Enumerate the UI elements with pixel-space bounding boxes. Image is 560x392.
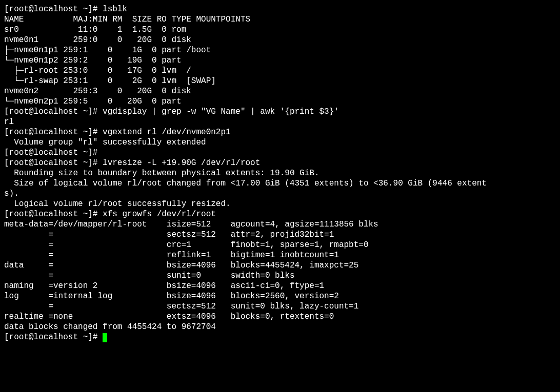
output-lvresize: s).: [4, 189, 19, 198]
output-lvresize: Size of logical volume rl/root changed f…: [4, 179, 487, 188]
terminal-output[interactable]: [root@localhost ~]# lsblk NAME MAJ:MIN R…: [0, 0, 560, 346]
cmd-vgdisplay: vgdisplay | grep -w "VG Name" | awk '{pr…: [103, 107, 339, 116]
lsblk-row: ├─rl-root 253:0 0 17G 0 lvm /: [4, 66, 191, 75]
xfs-row: = reflink=1 bigtime=1 inobtcount=1: [4, 251, 339, 260]
cmd-vgextend: vgextend rl /dev/nvme0n2p1: [103, 128, 231, 137]
xfs-row: naming =version 2 bsize=4096 ascii-ci=0,…: [4, 281, 324, 291]
output-vgextend: Volume group "rl" successfully extended: [4, 138, 206, 147]
output-lvresize: Rounding size to boundary between physic…: [4, 169, 319, 178]
prompt: [root@localhost ~]#: [4, 107, 103, 116]
xfs-row: log =internal log bsize=4096 blocks=2560…: [4, 292, 339, 301]
lsblk-row: └─nvme0n2p1 259:5 0 20G 0 part: [4, 97, 182, 106]
xfs-row: = sectsz=512 attr=2, projid32bit=1: [4, 230, 334, 239]
prompt: [root@localhost ~]#: [4, 210, 103, 219]
prompt: [root@localhost ~]#: [4, 158, 103, 168]
cmd-lsblk: lsblk: [103, 5, 127, 14]
xfs-row: data = bsize=4096 blocks=4455424, imaxpc…: [4, 261, 358, 270]
prompt: [root@localhost ~]#: [4, 128, 103, 137]
lsblk-row: nvme0n2 259:3 0 20G 0 disk: [4, 87, 191, 96]
output-lvresize: Logical volume rl/root successfully resi…: [4, 199, 231, 209]
cmd-lvresize: lvresize -L +19.90G /dev/rl/root: [103, 158, 260, 168]
prompt: [root@localhost ~]#: [4, 5, 103, 14]
cmd-xfsgrowfs: xfs_growfs /dev/rl/root: [103, 210, 216, 219]
xfs-row: = crc=1 finobt=1, sparse=1, rmapbt=0: [4, 240, 369, 250]
lsblk-row: sr0 11:0 1 1.5G 0 rom: [4, 25, 186, 34]
xfs-row: realtime =none extsz=4096 blocks=0, rtex…: [4, 312, 334, 321]
lsblk-header: NAME MAJ:MIN RM SIZE RO TYPE MOUNTPOINTS: [4, 15, 250, 24]
xfs-row: = sectsz=512 sunit=0 blks, lazy-count=1: [4, 302, 358, 311]
lsblk-row: nvme0n1 259:0 0 20G 0 disk: [4, 35, 191, 45]
xfs-row: data blocks changed from 4455424 to 9672…: [4, 322, 216, 332]
output-vgname: rl: [4, 117, 14, 127]
lsblk-row: ├─nvme0n1p1 259:1 0 1G 0 part /boot: [4, 46, 211, 55]
lsblk-row: └─rl-swap 253:1 0 2G 0 lvm [SWAP]: [4, 76, 216, 86]
prompt: [root@localhost ~]#: [4, 148, 103, 157]
xfs-row: = sunit=0 swidth=0 blks: [4, 271, 295, 280]
lsblk-row: └─nvme0n1p2 259:2 0 19G 0 part: [4, 56, 182, 65]
cursor-block: [103, 333, 107, 342]
prompt: [root@localhost ~]#: [4, 333, 103, 342]
xfs-row: meta-data=/dev/mapper/rl-root isize=512 …: [4, 220, 378, 229]
